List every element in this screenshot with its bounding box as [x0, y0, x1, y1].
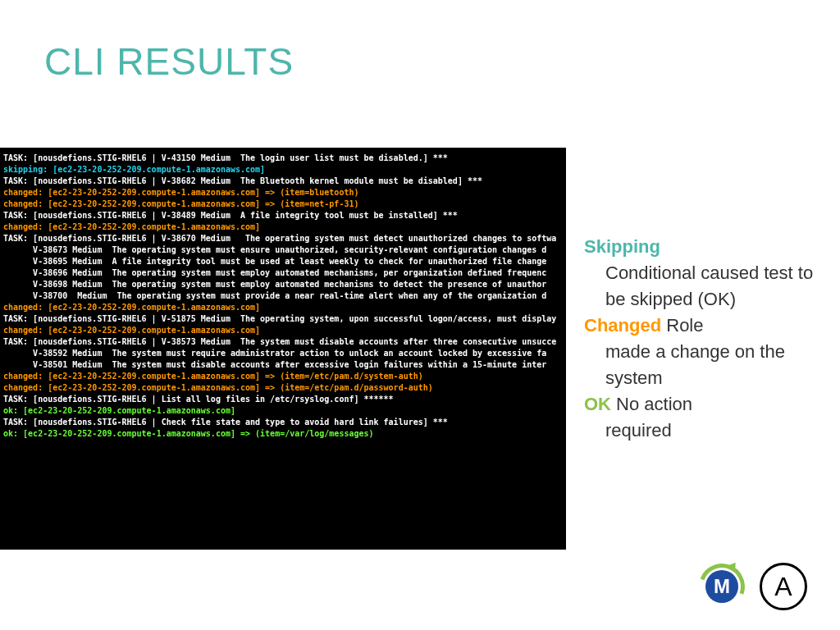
legend-desc-changed: made a change on the system	[584, 339, 814, 391]
terminal-line: TASK: [nousdefions.STIG-RHEL6 | V-43150 …	[3, 153, 563, 164]
terminal-line: skipping: [ec2-23-20-252-209.compute-1.a…	[3, 164, 563, 176]
terminal-line: V-38673 Medium The operating system must…	[3, 244, 563, 256]
legend-label-changed: Changed	[584, 315, 661, 336]
terminal-line: TASK: [nousdefions.STIG-RHEL6 | V-38573 …	[3, 336, 563, 348]
terminal-line: TASK: [nousdefions.STIG-RHEL6 | V-38489 …	[3, 210, 563, 221]
terminal-line: changed: [ec2-23-20-252-209.compute-1.am…	[3, 382, 563, 394]
terminal-line: TASK: [nousdefions.STIG-RHEL6 | Check fi…	[3, 417, 563, 428]
terminal-line: V-38698 Medium The operating system must…	[3, 279, 563, 290]
terminal-line: TASK: [nousdefions.STIG-RHEL6 | List all…	[3, 394, 563, 405]
legend-item-changed: Changed Role made a change on the system	[584, 313, 814, 391]
terminal-line: V-38695 Medium A file integrity tool mus…	[3, 256, 563, 267]
terminal-line: V-38696 Medium The operating system must…	[3, 267, 563, 279]
terminal-line: V-38700 Medium The operating system must…	[3, 290, 563, 302]
legend-item-skipping: Skipping Conditional caused test to be s…	[584, 234, 814, 313]
terminal-line: changed: [ec2-23-20-252-209.compute-1.am…	[3, 199, 563, 210]
terminal-line: changed: [ec2-23-20-252-209.compute-1.am…	[3, 302, 563, 313]
terminal-line: changed: [ec2-23-20-252-209.compute-1.am…	[3, 221, 563, 233]
terminal-line: ok: [ec2-23-20-252-209.compute-1.amazona…	[3, 405, 563, 417]
legend-desc-ok: required	[584, 418, 814, 444]
terminal-line: changed: [ec2-23-20-252-209.compute-1.am…	[3, 187, 563, 199]
terminal-line: TASK: [nousdefions.STIG-RHEL6 | V-38670 …	[3, 233, 563, 244]
terminal-line: V-38501 Medium The system must disable a…	[3, 359, 563, 371]
status-legend: Skipping Conditional caused test to be s…	[584, 234, 814, 444]
terminal-line: ok: [ec2-23-20-252-209.compute-1.amazona…	[3, 428, 563, 440]
logo-group: M A	[699, 563, 807, 610]
legend-label-ok: OK	[584, 394, 611, 414]
terminal-line: changed: [ec2-23-20-252-209.compute-1.am…	[3, 325, 563, 336]
ansible-logo-icon: A	[760, 563, 807, 610]
terminal-line: changed: [ec2-23-20-252-209.compute-1.am…	[3, 371, 563, 382]
page-title: CLI RESULTS	[44, 39, 294, 84]
legend-desc-skipping: Conditional caused test to be skipped (O…	[584, 260, 814, 313]
legend-label-skipping: Skipping	[584, 236, 660, 257]
terminal-line: V-38592 Medium The system must require a…	[3, 348, 563, 359]
legend-item-ok: OK No action required	[584, 391, 814, 444]
terminal-line: TASK: [nousdefions.STIG-RHEL6 | V-38682 …	[3, 176, 563, 187]
mindpoint-logo-icon: M	[699, 564, 745, 609]
terminal-output: TASK: [nousdefions.STIG-RHEL6 | V-43150 …	[0, 148, 566, 550]
terminal-line: TASK: [nousdefions.STIG-RHEL6 | V-51875 …	[3, 313, 563, 325]
